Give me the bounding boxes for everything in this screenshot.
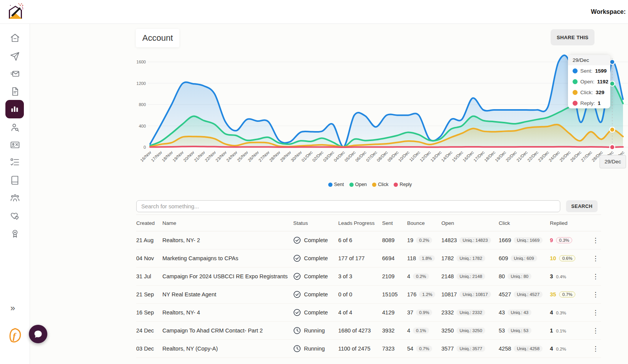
row-menu-button[interactable]: ⋮ (591, 273, 600, 280)
legend-item-reply[interactable]: Reply (394, 182, 412, 187)
table-row[interactable]: 21 SepNY Real Estate AgentComplete0 of 0… (136, 286, 601, 304)
campaign-metrics-chart[interactable]: 04008001200160016/Nov17/Nov18/Nov19/Nov2… (137, 54, 628, 192)
open-unique-badge: Uniq.: 10817 (459, 291, 491, 298)
svg-text:13/Dec: 13/Dec (429, 150, 442, 163)
replied-percent: 0.1% (556, 329, 566, 333)
sidebar-item-user-search[interactable] (10, 122, 20, 133)
check-circle-icon (293, 309, 301, 316)
column-header-status: Status (293, 220, 338, 226)
replied-count-link[interactable]: 35 (550, 291, 556, 298)
row-menu-button[interactable]: ⋮ (591, 237, 600, 244)
sidebar-item-book[interactable] (10, 175, 20, 186)
status-cell: Complete (293, 309, 338, 316)
workspace-label: Workspace: (591, 0, 626, 24)
column-header-bounce: Bounce (407, 220, 441, 226)
open-cell: 1782Uniq.: 1782 (441, 255, 499, 261)
legend-item-sent[interactable]: Sent (328, 182, 344, 187)
svg-text:29/Nov: 29/Nov (279, 150, 292, 163)
sidebar-item-contact-remove[interactable] (10, 140, 20, 150)
row-menu-button[interactable]: ⋮ (591, 327, 600, 334)
row-menu-button[interactable]: ⋮ (591, 255, 600, 262)
legend-item-click[interactable]: Click (372, 182, 388, 187)
column-header-replied: Replied (550, 220, 591, 226)
campaigns-table: CreatedNameStatusLeads ProgressSentBounc… (136, 214, 601, 358)
legend-item-open[interactable]: Open (349, 182, 367, 187)
sidebar-item-active-bar-chart[interactable] (5, 100, 24, 118)
sidebar-collapse-button[interactable]: » (10, 303, 14, 313)
chart-plot-area[interactable]: 04008001200160016/Nov17/Nov18/Nov19/Nov2… (137, 54, 628, 173)
column-header-open: Open (441, 220, 499, 226)
svg-text:25/Dec: 25/Dec (559, 150, 571, 163)
check-circle-icon (293, 291, 301, 298)
row-menu-button[interactable]: ⋮ (591, 346, 600, 352)
legend-dot-icon (372, 183, 376, 187)
svg-text:08/Dec: 08/Dec (376, 150, 389, 163)
table-row[interactable]: 04 NovMarketing Campaigns to CPAsComplet… (136, 249, 601, 268)
legend-label: Open (355, 182, 367, 187)
table-row[interactable]: 16 SepRealtors, NY- 4Complete4 of 441293… (136, 304, 601, 322)
replied-count-link[interactable]: 9 (550, 237, 553, 243)
search-input[interactable] (136, 200, 560, 212)
svg-text:23/Nov: 23/Nov (215, 150, 227, 163)
open-unique-badge: Uniq.: 14823 (459, 237, 491, 243)
bar-chart-icon (9, 104, 20, 115)
tab-account[interactable]: Account (136, 29, 179, 47)
tooltip-series-label: Reply: (580, 100, 595, 106)
sidebar-item-mail-fast[interactable] (10, 69, 20, 80)
created-cell: 31 Jul (136, 273, 162, 279)
row-menu-button[interactable]: ⋮ (591, 291, 600, 298)
row-menu-button[interactable]: ⋮ (591, 309, 600, 316)
share-this-button[interactable]: SHARE THIS (551, 29, 595, 45)
created-cell: 21 Aug (136, 237, 162, 243)
replied-cell: 90.3% (550, 237, 591, 243)
tooltip-series-label: Click: (580, 90, 593, 95)
open-unique-badge: Uniq.: 2148 (456, 273, 485, 279)
open-unique-badge: Uniq.: 2332 (456, 309, 485, 316)
click-cell: 80Uniq.: 80 (499, 273, 550, 279)
click-unique-badge: Uniq.: 80 (508, 273, 531, 279)
sidebar-item-document[interactable] (10, 86, 20, 97)
sidebar-item-home[interactable] (10, 33, 20, 43)
svg-text:28/Nov: 28/Nov (268, 150, 281, 163)
sidebar-item-award[interactable] (10, 228, 20, 239)
table-header-row: CreatedNameStatusLeads ProgressSentBounc… (136, 215, 601, 231)
leads-progress-cell: 3 of 3 (338, 273, 382, 279)
list-checks-icon (10, 157, 20, 168)
sidebar-item-list-checks[interactable] (10, 157, 20, 168)
table-row[interactable]: 31 JulCampaign For 2024 USBCCI RE Expo R… (136, 268, 601, 286)
leads-progress-cell: 4 of 4 (338, 309, 382, 316)
table-row[interactable]: 21 AugRealtors, NY- 2Complete6 of 680891… (136, 231, 601, 249)
created-cell: 16 Sep (136, 309, 162, 316)
column-header-sent: Sent (382, 220, 407, 226)
created-cell: 24 Dec (136, 327, 162, 334)
app-logo-icon[interactable] (6, 2, 25, 22)
table-row[interactable]: 03 DecRealtors, NY (Copy-A)Running1100 o… (136, 340, 601, 358)
chat-widget-button[interactable] (29, 325, 47, 343)
tooltip-series-label: Open: (580, 79, 595, 85)
tooltip-series-value: 1 (598, 100, 601, 106)
replied-percent: 0.2% (556, 347, 566, 351)
search-button[interactable]: SEARCH (566, 200, 598, 212)
f-brand-icon[interactable]: f (8, 327, 22, 344)
bounce-percent-badge: 0.7% (416, 346, 432, 352)
svg-text:01/Dec: 01/Dec (301, 150, 313, 163)
legend-dot-icon (328, 183, 332, 187)
send-icon (10, 51, 20, 62)
legend-label: Sent (334, 182, 344, 187)
click-cell: 43Uniq.: 43 (499, 309, 550, 316)
svg-text:23/Dec: 23/Dec (537, 150, 550, 163)
replied-cell: 10.1% (550, 327, 591, 334)
sidebar-item-hearts[interactable] (10, 211, 20, 221)
svg-text:10/Dec: 10/Dec (398, 150, 410, 163)
sidebar: » f (0, 24, 30, 364)
bounce-percent-badge: 0.2% (413, 273, 429, 279)
svg-text:24/Dec: 24/Dec (548, 150, 561, 163)
status-cell: Running (293, 327, 338, 334)
sidebar-item-send[interactable] (10, 51, 20, 62)
mail-fast-icon (10, 69, 20, 80)
replied-count-link[interactable]: 10 (550, 255, 556, 261)
status-label: Complete (304, 291, 328, 298)
sidebar-item-team[interactable] (10, 193, 20, 203)
table-row[interactable]: 24 DecCampaign To Ahad CRM Contact- Part… (136, 322, 601, 340)
status-label: Running (304, 327, 325, 334)
